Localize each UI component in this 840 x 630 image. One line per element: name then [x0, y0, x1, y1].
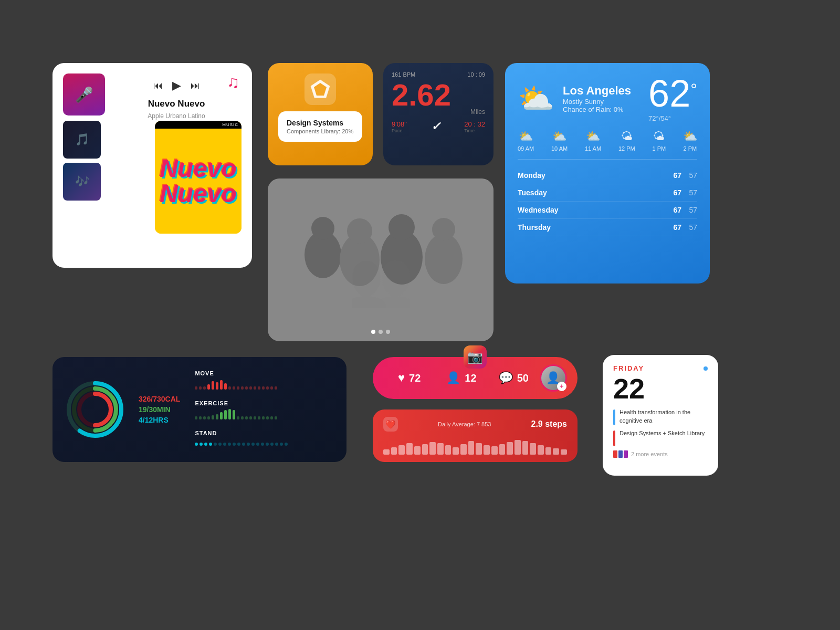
thursday-lo: 57 — [681, 223, 697, 232]
move-bar-seg — [224, 383, 227, 390]
tuesday-hi: 67 — [666, 188, 681, 197]
exercise-bar-seg — [220, 412, 223, 419]
music-playback-controls[interactable]: ⏮ ▶ ⏭ — [153, 79, 200, 92]
weather-condition-icon: ⛅ — [518, 84, 554, 113]
exercise-bar-seg — [233, 410, 235, 419]
fast-forward-icon[interactable]: ⏭ — [191, 80, 200, 91]
move-label: MOVE — [195, 370, 333, 376]
flag-purple — [624, 450, 628, 458]
degree-symbol: ° — [690, 80, 697, 99]
exercise-label: EXERCISE — [195, 400, 333, 406]
hour-5-icon: 🌤 — [653, 130, 665, 143]
dot-1[interactable] — [371, 330, 375, 334]
music-card: 🎤 ⏮ ▶ ⏭ Nuevo Nuevo Apple Urbano Latino … — [52, 63, 252, 268]
step-bar — [553, 448, 559, 455]
step-bar — [514, 440, 521, 455]
music-main-album: 🎤 — [63, 74, 105, 116]
step-bar — [437, 443, 444, 455]
exercise-bar-seg — [249, 416, 252, 419]
instagram-followers: 👤 12 — [435, 371, 487, 385]
running-bottom-row: 9'08" Pace ✓ 20 : 32 Time — [392, 120, 485, 133]
stand-dot — [218, 443, 222, 446]
steps-daily-avg: Dally Average: 7 853 — [438, 421, 491, 427]
weather-temp-range: 72°/54° — [648, 114, 697, 122]
forecast-row-thursday: Thursday 67 57 — [518, 219, 697, 236]
weather-top-row: ⛅ Los Angeles Mostly Sunny Chance of Rai… — [518, 75, 697, 122]
stand-stat: 4/12HRS — [139, 416, 180, 424]
move-bar-seg — [203, 386, 206, 390]
exercise-bar-seg — [224, 410, 227, 419]
move-bar-seg — [245, 386, 248, 390]
stand-dot — [237, 443, 240, 446]
step-bar — [429, 442, 436, 455]
weather-hour-4: 🌤 12 PM — [618, 130, 635, 152]
hour-2-time: 10 AM — [551, 145, 568, 152]
move-bar-seg — [199, 386, 202, 390]
stand-dot — [242, 443, 245, 446]
instagram-icon: 📷 — [464, 345, 487, 369]
calendar-dot — [704, 366, 708, 371]
move-bar-seg — [237, 386, 239, 390]
move-stat: 326/730CAL — [139, 395, 180, 403]
stand-dot — [261, 443, 264, 446]
move-bar-seg — [241, 386, 244, 390]
exercise-bar-seg — [262, 416, 265, 419]
event-flags — [613, 450, 628, 458]
exercise-bar-seg — [228, 409, 231, 419]
tuesday-lo: 57 — [681, 188, 697, 197]
calendar-more-events[interactable]: 2 more events — [613, 450, 708, 458]
pace-group: 9'08" Pace — [392, 120, 407, 133]
move-bar-seg — [275, 386, 277, 390]
music-big-cover[interactable]: MUSIC NuevoNuevo — [155, 121, 242, 234]
svg-point-8 — [388, 214, 415, 240]
svg-point-4 — [311, 217, 334, 240]
dot-3[interactable] — [386, 330, 390, 334]
side-album-2[interactable]: 🎶 — [63, 163, 101, 201]
exercise-bar-seg — [207, 416, 210, 419]
play-icon[interactable]: ▶ — [172, 79, 181, 92]
ring-svg — [66, 381, 124, 438]
exercise-bar-seg — [199, 416, 202, 419]
calendar-date: 22 — [613, 373, 708, 404]
side-album-1[interactable]: 🎵 — [63, 121, 101, 159]
move-bar-seg — [249, 386, 252, 390]
wednesday-lo: 57 — [681, 206, 697, 214]
hour-6-time: 2 PM — [684, 145, 697, 152]
stand-dot — [204, 443, 207, 446]
stand-dot — [270, 443, 274, 446]
exercise-bar-seg — [245, 416, 248, 419]
day-tuesday: Tuesday — [518, 188, 666, 197]
hour-6-icon: ⛅ — [683, 130, 697, 143]
step-bar — [460, 444, 467, 455]
move-bar-seg — [258, 386, 260, 390]
instagram-card: 📷 ♥ 72 👤 12 💬 50 👤 + — [373, 357, 578, 399]
step-bar — [422, 444, 428, 455]
svg-point-10 — [432, 218, 455, 241]
photo-people-image: 👥 — [268, 178, 494, 341]
add-icon[interactable]: + — [557, 382, 566, 391]
photo-inner: 👥 — [268, 178, 494, 341]
day-wednesday: Wednesday — [518, 206, 666, 214]
rewind-icon[interactable]: ⏮ — [153, 80, 163, 91]
track-subtitle: Apple Urbano Latino — [148, 112, 205, 120]
main-album-art: 🎤 — [63, 74, 105, 116]
exercise-bar-seg — [254, 416, 256, 419]
stand-dot — [223, 443, 226, 446]
sketch-icon — [310, 79, 331, 100]
stand-dot — [247, 443, 250, 446]
activity-ring — [66, 381, 124, 438]
exercise-bar-seg — [266, 416, 269, 419]
hour-3-icon: ⛅ — [586, 130, 600, 143]
calendar-header: FRIDAY — [613, 364, 708, 372]
wednesday-hi: 67 — [666, 206, 681, 214]
step-bar — [476, 443, 482, 455]
exercise-bar-seg — [275, 416, 277, 419]
weather-hour-5: 🌤 1 PM — [652, 130, 666, 152]
move-bar-seg — [207, 384, 210, 390]
track-title: Nuevo Nuevo — [148, 99, 205, 109]
hour-4-icon: 🌤 — [621, 130, 633, 143]
instagram-avatar[interactable]: 👤 + — [540, 364, 567, 392]
pace-value: 9'08" — [392, 120, 407, 128]
exercise-bar-seg — [195, 416, 197, 419]
dot-2[interactable] — [379, 330, 383, 334]
